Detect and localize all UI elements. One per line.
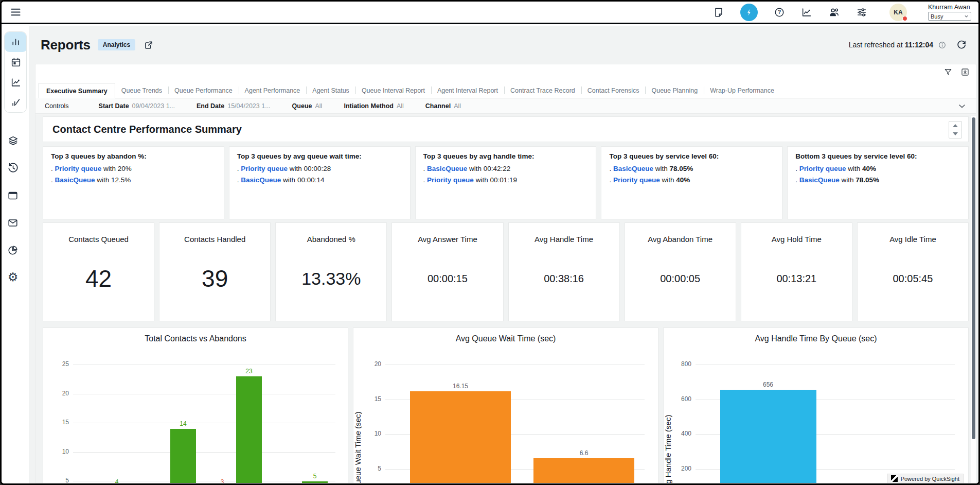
bar-avg-queue-wait-time[interactable] [533,458,634,483]
calendar-icon [10,57,22,68]
filter-end-date[interactable]: End Date15/04/2023 1... [197,102,271,110]
bar-avg-handle-time[interactable] [720,390,816,483]
sidebar-item-reports[interactable] [5,32,27,52]
summary-value: 78.05% [669,165,693,172]
tab-agent-status[interactable]: Agent Status [306,83,355,98]
kpi-value: 13.33% [276,269,386,289]
summary-value: 00:00:28 [304,165,331,172]
step-up-icon[interactable] [949,122,961,130]
user-name: Khurram Awan [928,4,971,11]
tab-wrap-up-performance[interactable]: Wrap-Up Performance [704,83,780,98]
kpi-card-contacts-handled: Contacts Handled 39 [159,222,271,321]
bar-value-label: 5 [297,473,333,480]
queue-link[interactable]: BasicQueue [799,176,840,184]
kpi-row: Contacts Queued 42 Contacts Handled 39 A… [43,222,969,321]
flash-icon[interactable] [740,4,758,21]
queue-link[interactable]: BasicQueue [427,165,467,172]
queue-link[interactable]: BasicQueue [55,176,95,184]
hamburger-menu-icon[interactable] [10,6,22,18]
svg-text:?: ? [778,9,781,15]
visual-stepper[interactable] [949,121,962,138]
tab-queue-interval-report[interactable]: Queue Interval Report [355,83,431,98]
filter-queue[interactable]: QueueAll [292,102,323,110]
filter-icon[interactable] [943,67,953,77]
queue-link[interactable]: Priority queue [613,176,660,184]
filter-label: Intiation Method [344,102,394,110]
y-axis-title: Avg Queue Wait Time (sec) [353,351,363,483]
panel-tools [943,67,970,77]
filter-start-date[interactable]: Start Date09/04/2023 1... [99,102,175,110]
tab-queue-planning[interactable]: Queue Planning [645,83,704,98]
tab-contact-forensics[interactable]: Contact Forensics [581,83,646,98]
last-refreshed-label: Last refreshed at [849,41,903,49]
help-icon[interactable]: ? [774,7,785,18]
sidebar-item-workspace[interactable] [2,182,24,209]
chart-total-contacts-vs-abandons: Total Contacts vs Abandons25201510541432… [43,327,348,483]
controls-title: Controls [45,102,69,110]
queue-link[interactable]: Priority queue [55,165,102,172]
topbar-actions: ? KA Khurram Awan Busy [713,4,971,21]
tab-queue-trends[interactable]: Queue Trends [115,83,168,98]
tab-agent-performance[interactable]: Agent Performance [239,83,307,98]
sidebar-item-schedule[interactable] [5,52,27,72]
sidebar-item-messages[interactable] [2,209,24,236]
queue-link[interactable]: Priority queue [427,176,474,184]
bar-total-contacts[interactable] [236,376,262,483]
bar-value-label: 16.15 [442,383,478,390]
chevron-down-icon[interactable] [957,101,967,111]
topbar: ? KA Khurram Awan Busy [2,2,978,24]
scrollbar-thumb[interactable] [972,117,975,439]
kpi-label: Abandoned % [276,235,386,244]
summary-value: 00:42:22 [484,165,511,172]
queue-link[interactable]: Priority queue [241,165,288,172]
kpi-card-avg-hold-time: Avg Hold Time 00:13:21 [741,222,852,321]
kpi-label: Avg Hold Time [741,235,852,244]
users-icon[interactable] [828,6,840,18]
refresh-icon[interactable] [956,39,967,50]
kpi-card-avg-abandon-time: Avg Abandon Time 00:00:05 [625,222,736,321]
queue-link[interactable]: BasicQueue [241,176,281,184]
sidebar-item-history[interactable] [2,154,24,182]
filter-channel[interactable]: ChannelAll [425,102,461,110]
info-icon[interactable] [938,41,947,49]
metrics-icon[interactable] [801,7,812,18]
sidebar-item-usage[interactable] [2,236,24,264]
avatar[interactable]: KA [889,4,907,21]
status-select[interactable]: Busy [928,12,971,21]
preferences-icon[interactable] [856,7,867,18]
sidebar-item-historical-metrics[interactable] [5,92,27,112]
sidebar-secondary-group: ⚙ [2,127,29,291]
chart-avg-handle-time-by-queue-sec: Avg Handle Time By Queue (sec)8006004002… [663,327,969,483]
kpi-label: Contacts Queued [43,235,154,244]
tab-agent-interval-report[interactable]: Agent Interval Report [431,83,504,98]
sidebar-item-flows[interactable] [2,127,24,154]
tab-contract-trace-record[interactable]: Contract Trace Record [504,83,581,98]
sidebar-item-metrics[interactable] [5,72,27,92]
bar-value-label: 656 [750,381,786,388]
gridline [696,365,955,365]
notes-icon[interactable] [713,7,724,18]
vertical-scrollbar[interactable] [971,116,976,483]
bar-total-contacts[interactable] [302,481,328,483]
top-queues-row: Top 3 queues by abandon %:. Priority que… [43,146,969,219]
export-icon[interactable] [960,67,970,77]
external-link-icon[interactable] [144,40,154,50]
queue-link[interactable]: BasicQueue [613,165,653,172]
summary-line: . BasicQueue with 00:00:14 [237,175,402,185]
y-axis-tick: 5 [50,477,69,483]
summary-card: Top 3 queues by avg handle time:. BasicQ… [415,146,597,219]
tab-executive-summary[interactable]: Executive Summary [39,83,115,98]
y-axis-title: Avg Handle Time (sec) [664,338,673,483]
tab-queue-performance[interactable]: Queue Performance [168,83,239,98]
bar-total-contacts[interactable] [170,429,196,483]
filter-intiation-method[interactable]: Intiation MethodAll [344,102,403,110]
filter-value: 09/04/2023 1... [132,102,175,110]
queue-link[interactable]: Priority queue [799,165,846,172]
chevron-down-icon [964,14,969,19]
status-value: Busy [931,13,943,20]
bar-avg-queue-wait-time[interactable] [410,391,511,483]
sidebar-item-settings[interactable]: ⚙ [2,264,24,291]
chart-title: Avg Queue Wait Time (sec) [353,334,658,343]
summary-value: 40% [862,165,876,172]
step-down-icon[interactable] [949,130,961,138]
